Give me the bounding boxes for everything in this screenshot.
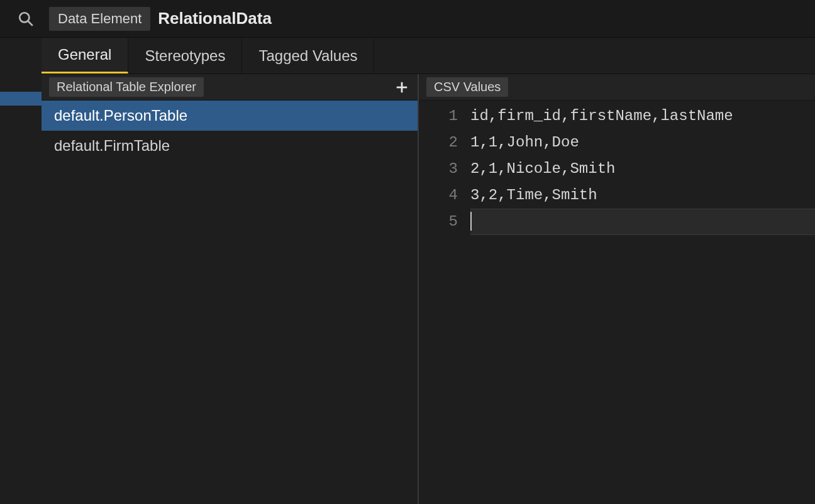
top-bar: Data Element RelationalData — [0, 0, 815, 38]
code-line[interactable]: 2,1,Nicole,Smith — [470, 156, 815, 182]
code-line[interactable]: id,firm_id,firstName,lastName — [470, 103, 815, 129]
tab-stereotypes[interactable]: Stereotypes — [128, 38, 242, 74]
explorer-header-label: Relational Table Explorer — [49, 77, 204, 97]
line-number: 1 — [419, 103, 458, 129]
table-list: default.PersonTabledefault.FirmTable — [42, 101, 418, 504]
main-area: GeneralStereotypesTagged Values Relation… — [0, 38, 815, 504]
csv-header: CSV Values — [419, 74, 815, 101]
rail-selection-marker — [0, 92, 42, 106]
search-icon — [18, 11, 34, 27]
csv-panel: CSV Values 12345 id,firm_id,firstName,la… — [419, 74, 815, 504]
explorer-panel: Relational Table Explorer default.Person… — [42, 74, 419, 504]
explorer-header: Relational Table Explorer — [42, 74, 418, 101]
tab-strip: GeneralStereotypesTagged Values — [42, 38, 815, 74]
line-number: 3 — [419, 156, 458, 182]
table-item[interactable]: default.FirmTable — [42, 131, 418, 161]
line-number: 5 — [419, 209, 458, 235]
code-line[interactable]: 3,2,Time,Smith — [470, 182, 815, 209]
tab-tagged-values[interactable]: Tagged Values — [242, 38, 374, 74]
left-rail — [0, 38, 42, 504]
search-button[interactable] — [10, 11, 42, 27]
text-cursor — [470, 212, 472, 231]
editor-content[interactable]: id,firm_id,firstName,lastName1,1,John,Do… — [470, 101, 815, 504]
tab-general[interactable]: General — [42, 38, 128, 74]
page-title: RelationalData — [158, 9, 272, 28]
element-type-chip: Data Element — [49, 7, 150, 31]
svg-line-1 — [28, 21, 33, 25]
editor-gutter: 12345 — [419, 101, 470, 504]
plus-icon — [395, 80, 409, 94]
add-table-button[interactable] — [392, 78, 411, 97]
svg-point-0 — [19, 13, 29, 22]
table-item[interactable]: default.PersonTable — [42, 101, 418, 131]
csv-editor[interactable]: 12345 id,firm_id,firstName,lastName1,1,J… — [419, 101, 815, 504]
csv-header-label: CSV Values — [426, 77, 508, 97]
split-pane: Relational Table Explorer default.Person… — [42, 74, 815, 504]
content-area: GeneralStereotypesTagged Values Relation… — [42, 38, 815, 504]
line-number: 2 — [419, 129, 458, 156]
code-line[interactable]: 1,1,John,Doe — [470, 129, 815, 156]
code-line[interactable] — [470, 209, 815, 235]
line-number: 4 — [419, 182, 458, 209]
